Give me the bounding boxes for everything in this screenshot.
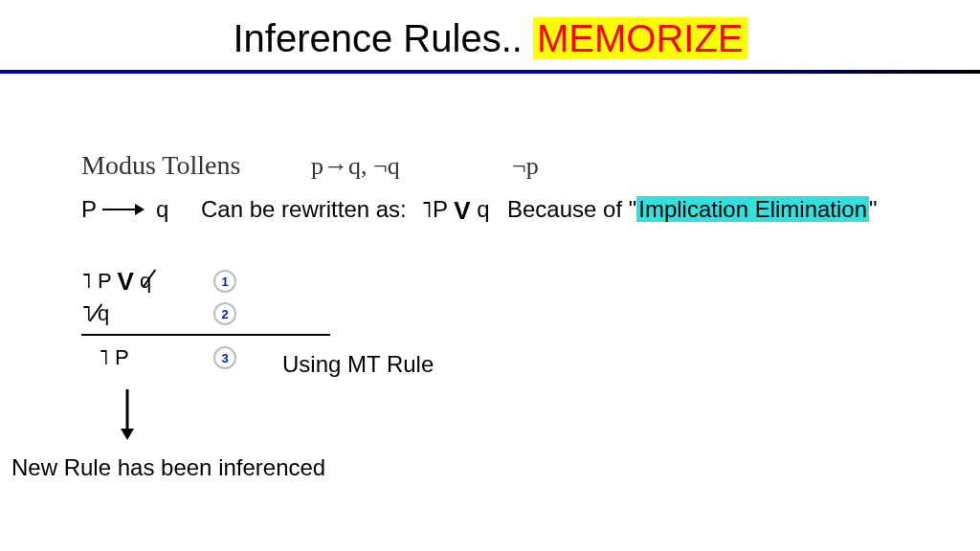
implication-rhs: q [156,196,168,223]
top-premises: p→q, ¬q [311,152,400,181]
proof-line-1: ˥ P V q 1 [81,265,330,298]
implication-row: P q [81,196,168,223]
rewrite-suffix: q [471,196,490,222]
rewrite-expression: ˥P V q [421,196,490,226]
proof-expr-3: ˥ P [81,345,196,370]
using-mt-label: Using MT Rule [282,351,434,378]
proof-expr-1: ˥ P V q [81,267,196,297]
title-main: Inference Rules.. [233,17,533,59]
implication-elimination-highlight: Implication Elimination [636,196,869,222]
slide-title: Inference Rules.. MEMORIZE [0,0,980,60]
because-text: Because of "Implication Elimination" [507,196,878,223]
proof1-suffix: q [134,269,151,293]
step-number-3: 3 [213,346,236,369]
slide-content: Modus Tollens p→q, ¬q ¬p P q Can be rewr… [0,74,980,533]
proof-horizontal-rule [81,334,330,336]
rewrite-prefix: ˥P [421,196,454,222]
because-suffix: " [869,196,878,222]
implication-lhs: P [81,196,97,223]
title-memorize: MEMORIZE [533,17,747,59]
because-prefix: Because of " [507,196,636,222]
proof-line-2: ˥ q 2 [81,298,330,330]
step-number-1: 1 [213,270,236,293]
proof-expr-2: ˥ q [81,301,196,326]
step-number-2: 2 [213,302,236,325]
arrow-right-icon [102,203,150,216]
top-conclusion: ¬p [512,152,539,181]
rule-name: Modus Tollens [81,150,240,181]
inferenced-label: New Rule has been inferenced [11,454,325,481]
rewrite-label: Can be rewritten as: [201,196,407,223]
vee-symbol: V [454,196,470,225]
arrow-down-icon [121,389,134,447]
proof1-prefix: ˥ P [81,269,118,293]
proof1-vee: V [118,267,134,296]
